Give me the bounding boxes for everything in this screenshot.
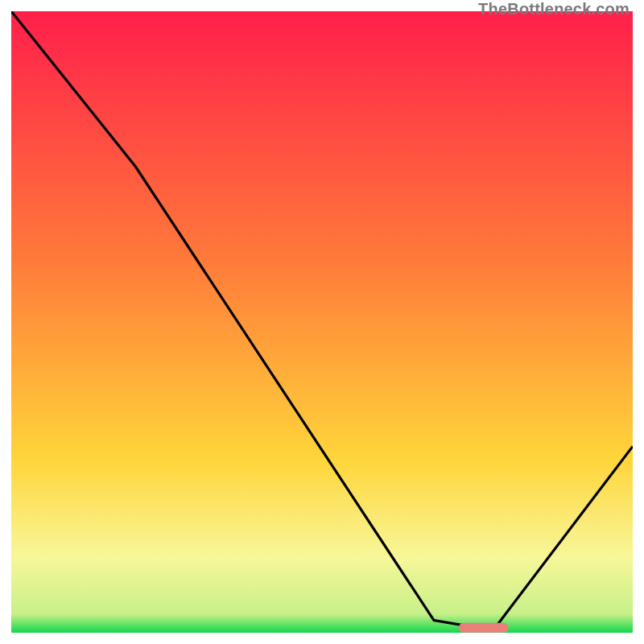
gradient-background — [11, 11, 633, 633]
optimal-marker — [459, 623, 509, 633]
plot-area — [11, 11, 633, 633]
chart-svg — [11, 11, 633, 633]
chart-container: TheBottleneck.com — [0, 0, 644, 644]
watermark-text: TheBottleneck.com — [478, 0, 630, 19]
